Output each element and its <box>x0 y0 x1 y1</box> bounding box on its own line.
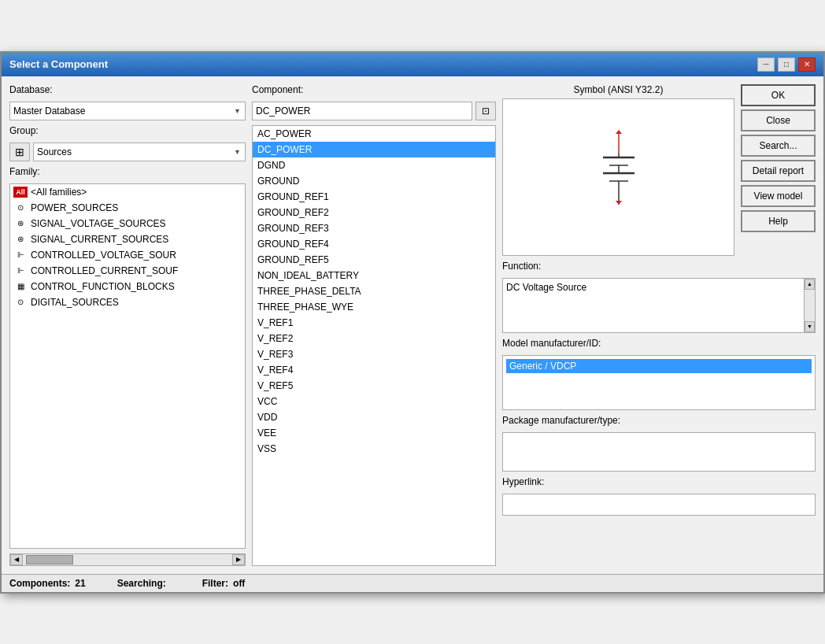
scroll-left-arrow[interactable]: ◀ <box>10 554 23 565</box>
content-area: Database: Master Database Group: ⊞ Sourc… <box>2 76 823 574</box>
family-list: All <All families> ⊙ POWER_SOURCES ⊛ SIG… <box>9 183 246 549</box>
filter-status: Filter: off <box>202 578 246 589</box>
family-item-power-sources[interactable]: ⊙ POWER_SOURCES <box>10 200 245 216</box>
comp-item-ground-ref4[interactable]: GROUND_REF4 <box>253 236 495 252</box>
comp-item-vdd[interactable]: VDD <box>253 409 495 425</box>
ok-button[interactable]: OK <box>741 84 816 106</box>
filter-icon: ⊡ <box>482 105 490 117</box>
title-controls: ─ □ ✕ <box>757 57 816 72</box>
controlled-voltage-icon: ⊩ <box>13 249 28 261</box>
group-select-wrapper: Sources <box>33 142 246 161</box>
component-input[interactable] <box>252 102 472 120</box>
family-item-all[interactable]: All <All families> <box>10 184 245 200</box>
family-item-signal-current-label: SIGNAL_CURRENT_SOURCES <box>31 234 168 245</box>
comp-item-vcc[interactable]: VCC <box>253 394 495 409</box>
components-count: 21 <box>75 578 85 589</box>
family-item-signal-voltage[interactable]: ⊛ SIGNAL_VOLTAGE_SOURCES <box>10 216 245 231</box>
maximize-button[interactable]: □ <box>778 57 795 72</box>
power-sources-icon: ⊙ <box>13 202 28 214</box>
symbol-label: Symbol (ANSI Y32.2) <box>502 84 734 95</box>
minimize-button[interactable]: ─ <box>757 57 775 72</box>
comp-item-three-phase-wye[interactable]: THREE_PHASE_WYE <box>253 299 495 315</box>
comp-item-ground-ref2[interactable]: GROUND_REF2 <box>253 205 495 220</box>
group-select[interactable]: Sources <box>33 142 246 161</box>
family-item-controlled-current-label: CONTROLLED_CURRENT_SOUF <box>31 265 178 276</box>
comp-item-v-ref2[interactable]: V_REF2 <box>253 331 495 346</box>
right-panel: Symbol (ANSI Y32.2) <box>502 84 816 566</box>
title-bar: Select a Component ─ □ ✕ <box>2 53 823 76</box>
comp-item-non-ideal-battery[interactable]: NON_IDEAL_BATTERY <box>253 268 495 283</box>
family-item-control-function-label: CONTROL_FUNCTION_BLOCKS <box>31 281 175 292</box>
horizontal-scrollbar[interactable]: ◀ ▶ <box>9 553 246 566</box>
filter-label: Filter: <box>202 578 228 589</box>
comp-item-v-ref5[interactable]: V_REF5 <box>253 378 495 394</box>
components-label: Components: <box>9 578 70 589</box>
comp-item-ground-ref1[interactable]: GROUND_REF1 <box>253 189 495 205</box>
close-dialog-button[interactable]: Close <box>741 109 816 131</box>
function-value: DC Voltage Source <box>506 282 586 293</box>
scrollbar-thumb[interactable] <box>26 555 73 564</box>
hyperlink-label: Hyperlink: <box>502 476 816 487</box>
comp-item-dgnd[interactable]: DGND <box>253 157 495 173</box>
family-item-controlled-current[interactable]: ⊩ CONTROLLED_CURRENT_SOUF <box>10 263 245 279</box>
model-value[interactable]: Generic / VDCP <box>506 359 812 373</box>
component-search-row: ⊡ <box>252 102 496 120</box>
comp-item-v-ref4[interactable]: V_REF4 <box>253 362 495 378</box>
control-function-icon: ▦ <box>13 280 28 293</box>
controlled-current-icon: ⊩ <box>13 265 28 277</box>
family-item-signal-current[interactable]: ⊛ SIGNAL_CURRENT_SOURCES <box>10 231 245 247</box>
top-right-area: Symbol (ANSI Y32.2) <box>502 84 816 256</box>
dc-power-symbol-svg <box>587 130 650 224</box>
family-item-digital-sources[interactable]: ⊙ DIGITAL_SOURCES <box>10 294 245 310</box>
comp-item-v-ref1[interactable]: V_REF1 <box>253 315 495 331</box>
all-families-icon: All <box>13 186 28 198</box>
buttons-column: OK Close Search... Detail report View mo… <box>741 84 816 256</box>
database-label: Database: <box>9 84 246 95</box>
comp-item-vee[interactable]: VEE <box>253 425 495 441</box>
database-select[interactable]: Master Database <box>9 102 246 120</box>
comp-item-ground-ref5[interactable]: GROUND_REF5 <box>253 252 495 268</box>
detail-report-button[interactable]: Detail report <box>741 160 816 182</box>
scroll-up-arrow[interactable]: ▲ <box>805 279 815 290</box>
symbol-box <box>502 98 734 256</box>
search-button[interactable]: Search... <box>741 135 816 157</box>
function-label: Function: <box>502 261 816 272</box>
signal-voltage-icon: ⊛ <box>13 217 28 230</box>
status-bar: Components: 21 Searching: Filter: off <box>2 574 823 592</box>
filter-button[interactable]: ⊡ <box>475 102 496 120</box>
group-icon-button[interactable]: ⊞ <box>9 142 30 161</box>
help-button[interactable]: Help <box>741 210 816 232</box>
close-button[interactable]: ✕ <box>798 57 816 72</box>
info-section: Function: DC Voltage Source ▲ ▼ Model ma… <box>502 261 816 516</box>
family-item-controlled-voltage[interactable]: ⊩ CONTROLLED_VOLTAGE_SOUR <box>10 247 245 263</box>
comp-item-dc-power[interactable]: DC_POWER <box>253 142 495 157</box>
scroll-v-track <box>805 290 815 321</box>
comp-item-ac-power[interactable]: AC_POWER <box>253 126 495 142</box>
family-item-control-function[interactable]: ▦ CONTROL_FUNCTION_BLOCKS <box>10 279 245 294</box>
searching-label: Searching: <box>117 578 166 589</box>
components-status: Components: 21 <box>9 578 86 589</box>
main-window: Select a Component ─ □ ✕ Database: Maste… <box>0 51 825 594</box>
component-list[interactable]: AC_POWER DC_POWER DGND GROUND GROUND_REF… <box>252 125 496 566</box>
comp-item-ground[interactable]: GROUND <box>253 173 495 189</box>
comp-item-vss[interactable]: VSS <box>253 441 495 457</box>
comp-item-three-phase-delta[interactable]: THREE_PHASE_DELTA <box>253 283 495 299</box>
package-manufacturer-label: Package manufacturer/type: <box>502 415 816 426</box>
group-row: ⊞ Sources <box>9 142 246 161</box>
scroll-down-arrow[interactable]: ▼ <box>805 321 815 332</box>
family-item-digital-sources-label: DIGITAL_SOURCES <box>31 297 119 308</box>
searching-status: Searching: <box>117 578 171 589</box>
family-item-power-sources-label: POWER_SOURCES <box>31 202 118 213</box>
scroll-right-arrow[interactable]: ▶ <box>232 554 245 565</box>
view-model-button[interactable]: View model <box>741 185 816 207</box>
component-label: Component: <box>252 84 496 95</box>
comp-item-v-ref3[interactable]: V_REF3 <box>253 346 495 362</box>
symbol-area: Symbol (ANSI Y32.2) <box>502 84 734 256</box>
comp-item-ground-ref3[interactable]: GROUND_REF3 <box>253 220 495 236</box>
middle-panel: Component: ⊡ AC_POWER DC_POWER DGND GROU… <box>252 84 496 566</box>
family-item-all-label: <All families> <box>31 187 87 198</box>
function-box: DC Voltage Source ▲ ▼ <box>502 278 816 333</box>
function-scrollbar[interactable]: ▲ ▼ <box>804 279 815 332</box>
model-manufacturer-box: Generic / VDCP <box>502 355 816 410</box>
digital-sources-icon: ⊙ <box>13 296 28 309</box>
